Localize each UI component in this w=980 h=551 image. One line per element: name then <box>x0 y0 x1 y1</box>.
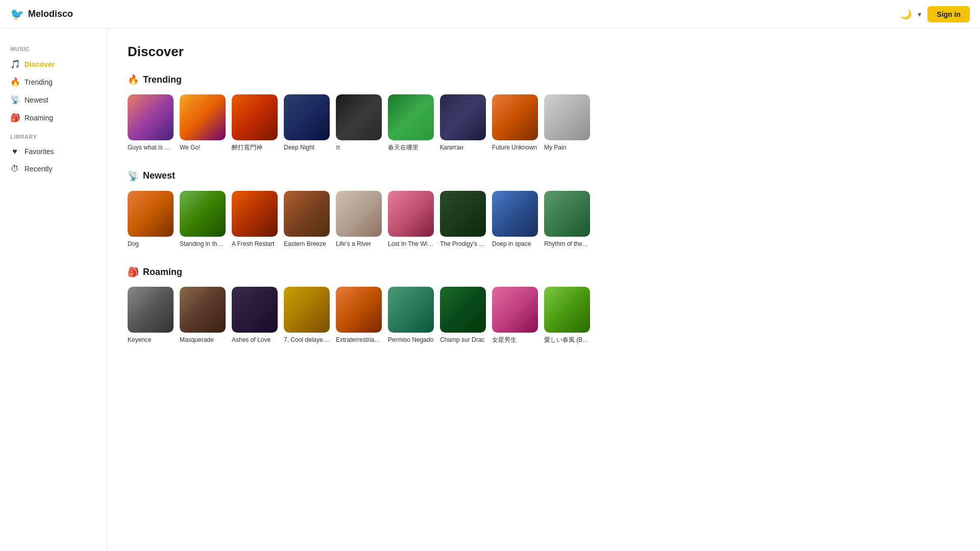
music-card-roaming-0[interactable]: Keyence <box>128 287 174 344</box>
card-title-roaming-8: 愛しい春風 (Belove... <box>544 336 590 344</box>
sidebar-favorites-label: Favorites <box>24 147 54 156</box>
music-card-newest-0[interactable]: Dog <box>128 191 174 248</box>
card-thumb-inner-trending-6 <box>440 94 486 140</box>
music-card-roaming-7[interactable]: 女星男生 <box>492 287 538 344</box>
music-card-trending-6[interactable]: Капитан <box>440 94 486 152</box>
card-title-trending-3: Deep Night <box>284 144 314 152</box>
card-thumb-inner-newest-0 <box>128 191 174 237</box>
music-card-roaming-3[interactable]: 7. Cool delayed kick <box>284 287 330 344</box>
logo-icon: 🐦 <box>10 8 24 21</box>
sign-in-button[interactable]: Sign in <box>927 6 970 22</box>
card-thumb-newest-6 <box>440 191 486 237</box>
card-thumb-roaming-0 <box>128 287 174 333</box>
card-title-trending-6: Капитан <box>440 144 463 152</box>
music-card-newest-8[interactable]: Rhythm of the Night <box>544 191 590 248</box>
app-name: Melodisco <box>28 9 73 19</box>
card-thumb-newest-5 <box>388 191 434 237</box>
card-thumb-trending-5 <box>388 94 434 140</box>
music-card-newest-2[interactable]: A Fresh Restart <box>232 191 278 248</box>
newest-section-label: Newest <box>143 170 175 181</box>
card-title-roaming-2: Ashes of Love <box>232 336 271 344</box>
sidebar-item-trending[interactable]: 🔥 Trending <box>0 73 107 91</box>
music-card-roaming-6[interactable]: Champ sur Drac <box>440 287 486 344</box>
music-card-trending-0[interactable]: Guys what is wron... <box>128 94 174 152</box>
sidebar-item-roaming[interactable]: 🎒 Roaming <box>0 109 107 127</box>
sidebar-item-newest[interactable]: 📡 Newest <box>0 91 107 109</box>
roaming-section-label: Roaming <box>143 267 182 278</box>
music-card-roaming-2[interactable]: Ashes of Love <box>232 287 278 344</box>
roaming-icon: 🎒 <box>10 113 19 122</box>
section-header-roaming: 🎒 Roaming <box>128 266 960 278</box>
page-title: Discover <box>128 44 960 60</box>
section-header-trending: 🔥 Trending <box>128 74 960 85</box>
card-thumb-roaming-8 <box>544 287 590 333</box>
header: 🐦 Melodisco 🌙 ▾ Sign in <box>0 0 980 29</box>
card-title-newest-3: Eastern Breeze <box>284 240 326 248</box>
favorites-icon: ♥ <box>10 147 19 156</box>
section-newest: 📡 Newest DogStanding in the pro...A Fres… <box>128 170 960 248</box>
music-grid-trending: Guys what is wron...We Go!醉打蔫門神Deep Nigh… <box>128 94 960 152</box>
music-grid-roaming: KeyenceMasqueradeAshes of Love7. Cool de… <box>128 287 960 344</box>
card-title-trending-5: 春天在哪里 <box>388 144 419 152</box>
header-chevron-icon[interactable]: ▾ <box>918 10 921 18</box>
card-title-trending-2: 醉打蔫門神 <box>232 144 262 152</box>
music-section-label: Music <box>0 39 107 55</box>
card-title-roaming-0: Keyence <box>128 336 152 344</box>
music-card-trending-4[interactable]: π <box>336 94 382 152</box>
recently-icon: ⏱ <box>10 164 19 173</box>
sidebar-item-recently[interactable]: ⏱ Recently <box>0 160 107 178</box>
music-card-newest-3[interactable]: Eastern Breeze <box>284 191 330 248</box>
sidebar-item-favorites[interactable]: ♥ Favorites <box>0 143 107 160</box>
card-thumb-newest-8 <box>544 191 590 237</box>
card-thumb-newest-1 <box>180 191 226 237</box>
card-title-trending-0: Guys what is wron... <box>128 144 174 152</box>
card-thumb-newest-3 <box>284 191 330 237</box>
card-thumb-trending-4 <box>336 94 382 140</box>
music-card-roaming-5[interactable]: Permiso Negado <box>388 287 434 344</box>
music-card-trending-8[interactable]: My Pain <box>544 94 590 152</box>
music-card-trending-7[interactable]: Future Unknown <box>492 94 538 152</box>
card-thumb-inner-roaming-7 <box>492 287 538 333</box>
sidebar-trending-label: Trending <box>24 78 53 86</box>
card-thumb-trending-2 <box>232 94 278 140</box>
card-thumb-inner-roaming-0 <box>128 287 174 333</box>
music-card-newest-6[interactable]: The Prodigy's Sym... <box>440 191 486 248</box>
music-card-trending-3[interactable]: Deep Night <box>284 94 330 152</box>
card-thumb-trending-3 <box>284 94 330 140</box>
card-thumb-inner-newest-5 <box>388 191 434 237</box>
card-title-roaming-6: Champ sur Drac <box>440 336 484 344</box>
card-thumb-roaming-6 <box>440 287 486 333</box>
card-title-trending-4: π <box>336 144 340 152</box>
music-card-trending-2[interactable]: 醉打蔫門神 <box>232 94 278 152</box>
card-title-roaming-1: Masquerade <box>180 336 214 344</box>
card-title-newest-5: Lost In The Wind <box>388 240 434 248</box>
card-title-roaming-4: Extraterrestrial Love <box>336 336 382 344</box>
music-card-newest-5[interactable]: Lost In The Wind <box>388 191 434 248</box>
card-thumb-inner-trending-4 <box>336 94 382 140</box>
card-thumb-roaming-3 <box>284 287 330 333</box>
card-thumb-trending-0 <box>128 94 174 140</box>
card-thumb-roaming-2 <box>232 287 278 333</box>
music-card-trending-5[interactable]: 春天在哪里 <box>388 94 434 152</box>
music-card-newest-4[interactable]: Life's a River <box>336 191 382 248</box>
card-thumb-inner-newest-4 <box>336 191 382 237</box>
card-thumb-inner-trending-2 <box>232 94 278 140</box>
sidebar-item-discover[interactable]: 🎵 Discover <box>0 55 107 73</box>
card-thumb-inner-newest-7 <box>492 191 538 237</box>
theme-toggle-icon[interactable]: 🌙 <box>900 9 912 20</box>
music-card-newest-1[interactable]: Standing in the pro... <box>180 191 226 248</box>
section-trending: 🔥 Trending Guys what is wron...We Go!醉打蔫… <box>128 74 960 152</box>
card-thumb-newest-7 <box>492 191 538 237</box>
library-section-label: Library <box>0 127 107 143</box>
card-thumb-inner-roaming-3 <box>284 287 330 333</box>
section-roaming: 🎒 Roaming KeyenceMasqueradeAshes of Love… <box>128 266 960 344</box>
sidebar: Music 🎵 Discover 🔥 Trending 📡 Newest 🎒 R… <box>0 29 107 551</box>
music-card-newest-7[interactable]: Doep in space <box>492 191 538 248</box>
card-title-trending-8: My Pain <box>544 144 566 152</box>
music-card-trending-1[interactable]: We Go! <box>180 94 226 152</box>
card-thumb-inner-roaming-2 <box>232 287 278 333</box>
music-card-roaming-1[interactable]: Masquerade <box>180 287 226 344</box>
music-card-roaming-4[interactable]: Extraterrestrial Love <box>336 287 382 344</box>
music-card-roaming-8[interactable]: 愛しい春風 (Belove... <box>544 287 590 344</box>
card-thumb-trending-8 <box>544 94 590 140</box>
